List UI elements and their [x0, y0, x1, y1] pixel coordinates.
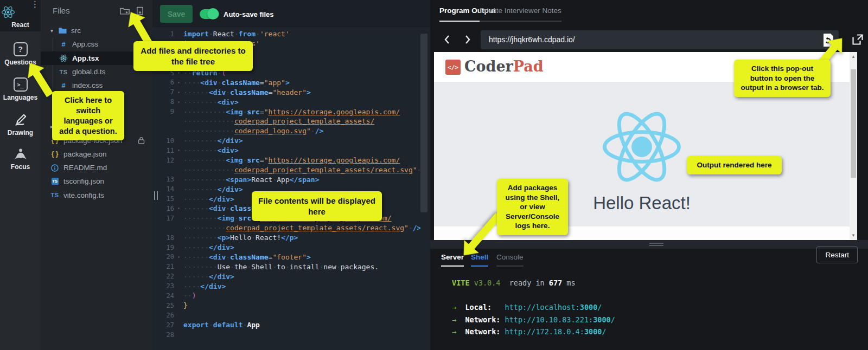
toggle-knob	[207, 8, 219, 20]
code-line[interactable]: 27export·default·App	[152, 320, 420, 330]
line-number: 24	[152, 292, 174, 300]
code-line[interactable]: 26	[152, 310, 420, 320]
braces-icon: { }	[50, 150, 59, 158]
line-number: 22	[152, 273, 174, 280]
react-atom-icon	[0, 5, 41, 19]
activity-sidebar: ⋮ React ? Questions >_ Languages Drawing	[0, 0, 41, 350]
code-line[interactable]: 21········Use·the·Shell·to·install·new·p…	[152, 262, 420, 271]
autosave-label: Auto-save files	[224, 10, 273, 18]
url-input[interactable]: https://jhqkr6wh.cdpad.io/	[481, 30, 839, 49]
autosave-toggle[interactable]	[200, 9, 219, 19]
restart-button[interactable]: Restart	[816, 247, 858, 263]
divider-grip[interactable]	[649, 243, 663, 247]
code-line[interactable]: 6▾····<div·className="app">	[152, 77, 420, 87]
editor-scrollbar-thumb[interactable]	[420, 34, 427, 212]
code-text: ········<div>	[183, 146, 420, 154]
terminal-line: → Network: http://172.18.0.4:3000/	[452, 326, 615, 338]
question-box-icon: ?	[14, 42, 28, 56]
code-area[interactable]: 1import·React·from·'react'2import·'./App…	[152, 29, 420, 340]
line-number: 12	[152, 157, 174, 164]
save-button[interactable]: Save	[160, 5, 193, 23]
code-line[interactable]: ············coderpad_logo.svg"·/>	[152, 126, 420, 136]
code-line[interactable]: 12··········<img·src="https://storage.go…	[152, 155, 420, 165]
fold-chevron-icon[interactable]: ▾	[174, 80, 183, 85]
code-text: ··········<img·src="https://storage.goog…	[183, 108, 420, 116]
back-icon[interactable]	[442, 34, 454, 46]
line-number: 23	[152, 282, 174, 290]
pen-icon	[0, 113, 41, 127]
output-scrollbar[interactable]: ▲ ▼	[850, 52, 857, 240]
coderpad-workspace: ⋮ React ? Questions >_ Languages Drawing	[0, 0, 868, 350]
files-header-title: Files	[53, 6, 70, 15]
fold-chevron-icon[interactable]: ▾	[174, 255, 183, 260]
file-label: vite.config.ts	[63, 191, 104, 199]
sidebar-item-react[interactable]: React	[0, 5, 41, 29]
ts-badge-icon: TS	[50, 178, 59, 185]
code-text: ········</div>	[183, 137, 420, 145]
forward-icon[interactable]	[462, 34, 474, 46]
output-terminal-divider[interactable]	[430, 240, 868, 249]
code-text: ··········coderpad_project_template_asse…	[183, 224, 420, 232]
output-scrollbar-thumb[interactable]	[851, 69, 856, 178]
fold-chevron-icon[interactable]: ▾	[174, 206, 183, 211]
file-row-readme-md[interactable]: README.md	[41, 161, 152, 174]
code-line[interactable]: 8▾········<div>	[152, 97, 420, 107]
code-line[interactable]: 9··········<img·src="https://storage.goo…	[152, 107, 420, 116]
tab-private-interviewer-notes[interactable]: Private Interviewer Notes	[480, 7, 561, 22]
folder-open-icon	[58, 27, 67, 34]
terminal-output[interactable]: VITE v3.0.4 ready in 677 ms → Local: htt…	[452, 277, 615, 338]
scroll-down-icon[interactable]: ▼	[851, 233, 856, 238]
code-line[interactable]: 11▾········<div>	[152, 146, 420, 155]
sidebar-item-drawing[interactable]: Drawing	[0, 113, 41, 137]
sidebar-item-label: Focus	[0, 163, 41, 171]
fold-chevron-icon[interactable]: ▾	[174, 90, 183, 95]
file-label: App.css	[72, 40, 98, 48]
fold-chevron-icon[interactable]: ▾	[174, 100, 183, 105]
code-text: ········<div>	[183, 98, 420, 106]
code-line[interactable]: 25}	[152, 301, 420, 310]
code-line[interactable]: 13··········<span>React·App</span>	[152, 174, 420, 184]
file-editor-divider-handle[interactable]	[154, 191, 158, 200]
line-number: 27	[152, 321, 174, 329]
tab-console[interactable]: Console	[496, 253, 524, 267]
popout-icon[interactable]	[852, 34, 864, 46]
line-number: 28	[152, 331, 174, 339]
code-line[interactable]: 10········</div>	[152, 136, 420, 146]
program-output-panel: Program Output Private Interviewer Notes…	[430, 0, 868, 350]
code-line[interactable]: ··········coderpad_project_template_asse…	[152, 223, 420, 233]
file-label: global.d.ts	[72, 68, 106, 76]
fold-chevron-icon[interactable]: ▾	[174, 148, 183, 153]
file-row-tsconfig-json[interactable]: TStsconfig.json	[41, 174, 152, 188]
code-line[interactable]: 7▾······<div·className="header">	[152, 87, 420, 97]
scroll-up-icon[interactable]: ▲	[851, 54, 856, 59]
code-line[interactable]: ············coderpad_project_template_as…	[152, 116, 420, 126]
code-line[interactable]: 18········<p>Hello·React!</p>	[152, 233, 420, 243]
callout-output-rendered: Output rendered here	[687, 156, 782, 174]
fold-chevron-icon[interactable]: ▾	[174, 70, 183, 75]
sidebar-item-focus[interactable]: Focus	[0, 148, 41, 171]
file-row-vite-config-ts[interactable]: TSvite.config.ts	[41, 189, 152, 202]
code-line[interactable]: 24··)	[152, 291, 420, 301]
code-text: export·default·App	[183, 321, 420, 329]
code-line[interactable]: 20▾······<div·className="footer">	[152, 252, 420, 262]
file-label: src	[71, 27, 81, 35]
file-row-package-json[interactable]: { }package.json	[41, 147, 152, 161]
code-text: import·React·from·'react'	[183, 30, 420, 38]
code-line[interactable]: ············coderpad_project_template_as…	[152, 165, 420, 174]
terminal-line	[452, 289, 615, 302]
code-line[interactable]: 19······</div>	[152, 243, 420, 252]
line-number: 18	[152, 234, 174, 242]
code-line[interactable]: 23····</div>	[152, 281, 420, 291]
tab-server[interactable]: Server	[441, 253, 464, 267]
chevron-down-icon[interactable]: ▾	[50, 28, 56, 34]
line-number: 7	[152, 88, 174, 96]
line-number: 26	[152, 312, 174, 319]
code-line[interactable]: 22······</div>	[152, 271, 420, 281]
code-text: ··········<img·src="https://storage.goog…	[183, 156, 420, 164]
code-text: ··········<span>React·App</span>	[183, 176, 420, 184]
code-line[interactable]: 28	[152, 330, 420, 340]
line-number: 25	[152, 302, 174, 309]
callout-file-contents: File contents will be displayed here	[252, 191, 382, 221]
code-text: ············coderpad_project_template_as…	[183, 166, 420, 174]
code-line[interactable]: 1import·React·from·'react'	[152, 29, 420, 39]
